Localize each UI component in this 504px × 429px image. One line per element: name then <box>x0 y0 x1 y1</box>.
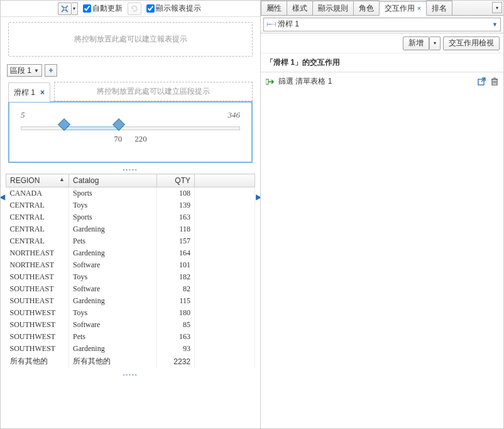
cell-region: SOUTHEAST <box>6 271 69 283</box>
slider-icon: ⊢⊣ <box>266 21 275 28</box>
tabs-overflow-dropdown[interactable]: ▾ <box>492 2 502 13</box>
cell-catalog: Gardening <box>69 295 157 307</box>
cell-catalog: Gardening <box>69 223 157 235</box>
data-table: REGION▲ Catalog QTY CANADASports108CENTR… <box>6 174 255 368</box>
report-hint-dropzone[interactable]: 將控制放置此處可以建立報表提示 <box>8 22 253 57</box>
table-row[interactable]: CENTRALPets157 <box>6 235 255 247</box>
cell-region: SOUTHEAST <box>6 295 69 307</box>
table-row[interactable]: CENTRALToys139 <box>6 199 255 211</box>
slider-tab[interactable]: 滑桿 1 × <box>8 82 50 102</box>
cell-region: 所有其他的 <box>6 355 69 368</box>
right-toolbar: ⊢⊣ 滑桿 1 ▼ <box>261 16 503 33</box>
cell-catalog: Toys <box>69 307 157 319</box>
new-dropdown[interactable]: ▾ <box>429 36 441 50</box>
resize-handle-h[interactable]: ••••• <box>1 167 260 172</box>
tab-interaction[interactable]: 交互作用× <box>379 1 427 16</box>
scroll-left-icon[interactable]: ◀ <box>1 192 5 201</box>
cell-region: NORTHEAST <box>6 259 69 271</box>
table-row[interactable]: NORTHEASTSoftware101 <box>6 259 255 271</box>
section-hint-dropzone[interactable]: 將控制放置此處可以建立區段提示 <box>54 82 253 101</box>
interaction-view-button[interactable]: 交互作用檢視 <box>443 36 500 50</box>
section-dropdown[interactable]: 區段 1 ▼ <box>7 64 42 77</box>
scroll-right-icon[interactable]: ▶ <box>256 192 260 201</box>
table-row[interactable]: SOUTHEASTGardening115 <box>6 295 255 307</box>
tab-rank[interactable]: 排名 <box>426 1 452 15</box>
add-section-button[interactable]: + <box>45 64 57 77</box>
cell-catalog: Sports <box>69 211 157 223</box>
col-catalog[interactable]: Catalog <box>69 174 157 187</box>
cell-region: SOUTHWEST <box>6 307 69 319</box>
trash-icon[interactable] <box>491 77 498 86</box>
cell-catalog: Toys <box>69 199 157 211</box>
cell-qty: 85 <box>157 319 195 331</box>
show-report-hint-checkbox[interactable]: 顯示報表提示 <box>146 3 201 14</box>
cell-region: CENTRAL <box>6 223 69 235</box>
slider-control[interactable]: 5 346 70 220 <box>8 101 253 163</box>
slider-max: 346 <box>228 110 241 120</box>
cell-qty: 163 <box>157 211 195 223</box>
cell-region: CENTRAL <box>6 199 69 211</box>
sort-asc-icon: ▲ <box>59 176 65 182</box>
table-row[interactable]: CENTRALSports163 <box>6 211 255 223</box>
col-region[interactable]: REGION▲ <box>6 174 69 187</box>
cell-catalog: 所有其他的 <box>69 355 157 368</box>
interactions-title: 「滑桿 1」的交互作用 <box>261 53 503 72</box>
cell-qty: 182 <box>157 271 195 283</box>
resize-handle-h2[interactable]: ••••• <box>6 372 255 377</box>
cell-qty: 139 <box>157 199 195 211</box>
cell-catalog: Sports <box>69 187 157 200</box>
tab-style[interactable]: 樣式 <box>287 1 313 15</box>
cell-region: SOUTHWEST <box>6 331 69 343</box>
cell-catalog: Gardening <box>69 247 157 259</box>
close-icon[interactable]: × <box>40 88 45 97</box>
cell-region: SOUTHWEST <box>6 343 69 355</box>
cell-catalog: Software <box>69 259 157 271</box>
cell-qty: 101 <box>157 259 195 271</box>
cell-qty: 108 <box>157 187 195 200</box>
table-row[interactable]: 所有其他的所有其他的2232 <box>6 355 255 368</box>
cell-catalog: Pets <box>69 331 157 343</box>
expand-icon[interactable] <box>58 3 72 15</box>
tab-display-rule[interactable]: 顯示規則 <box>312 1 354 15</box>
data-table-container: ◀ ▶ REGION▲ Catalog QTY CANADASports108C… <box>1 174 260 428</box>
table-row[interactable]: NORTHEASTGardening164 <box>6 247 255 259</box>
cell-qty: 93 <box>157 343 195 355</box>
slider-high-value: 220 <box>134 134 147 144</box>
cell-qty: 180 <box>157 307 195 319</box>
svg-rect-1 <box>266 79 268 84</box>
cell-catalog: Pets <box>69 235 157 247</box>
new-button[interactable]: 新增 <box>403 36 429 50</box>
tab-attributes[interactable]: 屬性 <box>261 1 287 15</box>
col-spacer <box>195 174 255 187</box>
cell-region: CENTRAL <box>6 211 69 223</box>
interaction-item[interactable]: 篩選 清單表格 1 <box>261 72 503 91</box>
table-row[interactable]: SOUTHEASTToys182 <box>6 271 255 283</box>
cell-region: NORTHEAST <box>6 247 69 259</box>
table-row[interactable]: SOUTHEASTSoftware82 <box>6 283 255 295</box>
table-row[interactable]: SOUTHWESTGardening93 <box>6 343 255 355</box>
cell-qty: 157 <box>157 235 195 247</box>
col-qty[interactable]: QTY <box>157 174 195 187</box>
table-row[interactable]: SOUTHWESTToys180 <box>6 307 255 319</box>
object-selector[interactable]: ⊢⊣ 滑桿 1 ▼ <box>263 18 501 31</box>
table-row[interactable]: CENTRALGardening118 <box>6 223 255 235</box>
cell-qty: 2232 <box>157 355 195 368</box>
cell-catalog: Software <box>69 319 157 331</box>
cell-qty: 118 <box>157 223 195 235</box>
auto-refresh-checkbox[interactable]: 自動更新 <box>83 3 123 14</box>
cell-region: CENTRAL <box>6 235 69 247</box>
refresh-icon <box>128 3 141 15</box>
slider-min: 5 <box>21 110 25 120</box>
tab-role[interactable]: 角色 <box>353 1 380 15</box>
cell-region: SOUTHEAST <box>6 283 69 295</box>
slider-low-value: 70 <box>114 134 122 144</box>
table-row[interactable]: SOUTHWESTSoftware85 <box>6 319 255 331</box>
expand-dropdown[interactable]: ▾ <box>72 3 78 15</box>
property-tabs: 屬性 樣式 顯示規則 角色 交互作用× 排名 ▾ <box>261 1 503 16</box>
table-row[interactable]: SOUTHWESTPets163 <box>6 331 255 343</box>
table-row[interactable]: CANADASports108 <box>6 187 255 200</box>
actions-bar: 新增 ▾ 交互作用檢視 <box>261 33 503 53</box>
slider-track[interactable] <box>21 126 240 130</box>
close-icon[interactable]: × <box>417 5 421 12</box>
popout-icon[interactable] <box>478 77 486 86</box>
